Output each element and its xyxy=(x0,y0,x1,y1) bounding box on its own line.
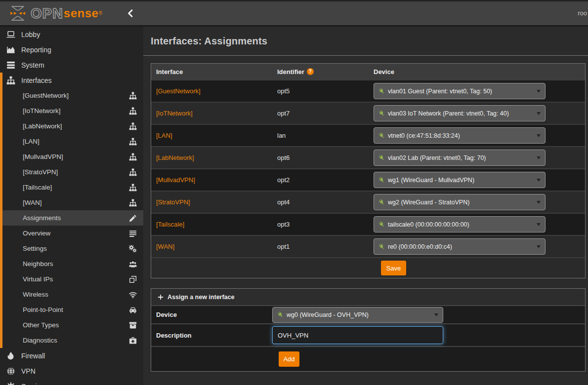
identifier-value: opt2 xyxy=(277,176,290,184)
assignment-row-lan: [LAN]lanvtnet0 (ce:47:51:8d:33:24) xyxy=(151,124,585,146)
device-select[interactable]: vtnet0 (ce:47:51:8d:33:24) xyxy=(374,127,546,144)
assignment-row-iotnetwork: [IoTNetwork]opt7vlan03 IoT Network (Pare… xyxy=(151,102,585,124)
sidebar-item-lan[interactable]: [LAN] xyxy=(0,134,143,149)
sidebar-item-lobby[interactable]: Lobby xyxy=(0,27,143,42)
device-select[interactable]: re0 (00:00:00:e0:d0:c4) xyxy=(374,238,546,255)
save-button[interactable]: Save xyxy=(381,261,406,275)
wifi-icon xyxy=(129,291,137,299)
sidebar-item-label: Lobby xyxy=(21,31,40,38)
sitemap-icon xyxy=(129,92,137,100)
sidebar-item-wireless[interactable]: Wireless xyxy=(0,287,143,302)
caret-down-icon xyxy=(537,201,541,204)
sitemap-icon xyxy=(129,138,137,146)
sidebar-item-iotnetwork[interactable]: [IoTNetwork] xyxy=(0,103,143,118)
sidebar-item-label: Reporting xyxy=(21,46,51,54)
interface-link[interactable]: [LabNetwork] xyxy=(156,154,194,161)
selected-device-label: vlan03 IoT Network (Parent: vtnet0, Tag:… xyxy=(388,110,533,117)
assign-device-row: Device wg0 (WireGuard - OVH_VPN) xyxy=(151,305,585,323)
assignment-row-stratovpn: [StratoVPN]opt4wg2 (WireGuard - StratoVP… xyxy=(151,191,585,213)
sidebar-item-wan[interactable]: [WAN] xyxy=(0,195,143,210)
sidebar-item-label: Virtual IPs xyxy=(23,275,53,283)
sidebar-item-label: [LAN] xyxy=(23,138,40,145)
user-menu[interactable]: roo xyxy=(578,9,588,17)
sidebar-item-overview[interactable]: Overview xyxy=(0,226,143,241)
column-header-device: Device xyxy=(374,68,585,76)
device-select[interactable]: vlan03 IoT Network (Parent: vtnet0, Tag:… xyxy=(374,105,546,121)
new-interface-device-select[interactable]: wg0 (WireGuard - OVH_VPN) xyxy=(272,307,443,323)
area-chart-icon xyxy=(6,45,15,54)
assign-panel-header: Assign a new interface xyxy=(151,289,585,305)
device-select[interactable]: wg1 (WireGuard - MullvadVPN) xyxy=(374,172,546,188)
brand-text-sense: sense xyxy=(64,5,99,22)
sidebar-item-vpn[interactable]: VPN xyxy=(0,363,143,379)
sidebar-item-virtual-ips[interactable]: Virtual IPs xyxy=(0,271,143,287)
sidebar-item-label: [Tailscale] xyxy=(23,184,52,191)
sidebar-item-label: Wireless xyxy=(23,291,48,298)
plug-icon xyxy=(378,199,385,205)
sitemap-icon xyxy=(129,184,137,192)
interface-cell: [GuestNetwork] xyxy=(151,87,277,95)
sidebar-item-mullvadvpn[interactable]: [MullvadVPN] xyxy=(0,149,143,164)
sidebar-item-neighbors[interactable]: Neighbors xyxy=(0,256,143,271)
device-select[interactable]: wg2 (WireGuard - StratoVPN) xyxy=(374,194,546,210)
add-button[interactable]: Add xyxy=(279,351,299,367)
caret-down-icon xyxy=(537,179,541,182)
sidebar-item-label: [MullvadVPN] xyxy=(23,153,63,160)
device-select[interactable]: vlan01 Guest (Parent: vtnet0, Tag: 50) xyxy=(374,83,546,99)
gear-icon xyxy=(6,382,15,385)
sidebar-item-stratovpn[interactable]: [StratoVPN] xyxy=(0,164,143,180)
selected-device-label: wg0 (WireGuard - OVH_VPN) xyxy=(287,311,430,318)
sidebar-item-firewall[interactable]: Firewall xyxy=(0,348,143,363)
column-header-interface: Interface xyxy=(151,68,277,76)
sidebar-item-labnetwork[interactable]: [LabNetwork] xyxy=(0,118,143,134)
assign-new-interface-panel: Assign a new interface Device wg0 (WireG… xyxy=(151,288,586,372)
identifier-help-icon[interactable]: ? xyxy=(307,68,314,75)
interface-link[interactable]: [GuestNetwork] xyxy=(156,87,201,95)
sidebar-item-label: [IoTNetwork] xyxy=(23,107,61,115)
laptop-icon xyxy=(6,30,15,39)
page-title: Interfaces: Assignments xyxy=(151,36,267,47)
opnsense-brand[interactable]: OPNsense® xyxy=(9,5,102,22)
sidebar-item-interfaces[interactable]: Interfaces xyxy=(0,73,143,88)
sidebar-item-label: [LabNetwork] xyxy=(23,122,62,130)
fire-icon xyxy=(6,351,15,360)
sidebar-item-label: Interfaces xyxy=(21,77,51,84)
medkit-icon xyxy=(129,337,137,345)
device-cell: wg2 (WireGuard - StratoVPN) xyxy=(374,194,585,210)
sidebar-item-point-to-point[interactable]: Point-to-Point xyxy=(0,302,143,317)
sidebar-item-label: System xyxy=(21,61,44,69)
caret-down-icon xyxy=(537,134,541,137)
sidebar-item-guestnetwork[interactable]: [GuestNetwork] xyxy=(0,88,143,103)
plug-icon xyxy=(277,311,284,318)
opnsense-logo-icon xyxy=(9,5,27,22)
identifier-cell: opt1 xyxy=(277,243,374,250)
device-cell: vlan01 Guest (Parent: vtnet0, Tag: 50) xyxy=(374,83,585,99)
assign-description-row: Description xyxy=(151,323,585,346)
device-select[interactable]: tailscale0 (00:00:00:00:00:00) xyxy=(374,216,546,232)
interface-link[interactable]: [MullvadVPN] xyxy=(156,176,195,184)
sitemap-icon xyxy=(129,122,137,130)
interface-link[interactable]: [StratoVPN] xyxy=(156,198,190,206)
caret-down-icon xyxy=(537,223,541,226)
cogs-icon xyxy=(129,245,137,253)
sidebar-item-assignments[interactable]: Assignments xyxy=(0,210,143,226)
sidebar-item-other-types[interactable]: Other Types xyxy=(0,317,143,333)
sidebar-collapse-chevron-left-icon[interactable] xyxy=(126,9,135,18)
interface-link[interactable]: [Tailscale] xyxy=(156,221,184,228)
interface-link[interactable]: [WAN] xyxy=(156,243,174,250)
interface-cell: [StratoVPN] xyxy=(151,198,277,206)
description-input[interactable] xyxy=(272,326,443,344)
sidebar-item-services[interactable]: Services xyxy=(0,379,143,385)
sidebar-item-diagnostics[interactable]: Diagnostics xyxy=(0,333,143,348)
opnsense-app: OPNsense® roo LobbyReportingSystemInterf… xyxy=(0,0,588,385)
interface-link[interactable]: [IoTNetwork] xyxy=(156,110,193,117)
sidebar-item-system[interactable]: System xyxy=(0,57,143,73)
sidebar-item-reporting[interactable]: Reporting xyxy=(0,42,143,57)
sidebar-item-tailscale[interactable]: [Tailscale] xyxy=(0,180,143,195)
car-icon xyxy=(129,306,137,314)
interface-link[interactable]: [LAN] xyxy=(156,132,172,139)
sidebar-item-settings[interactable]: Settings xyxy=(0,241,143,256)
sidebar-item-label: Overview xyxy=(23,230,50,237)
device-select[interactable]: vlan02 Lab (Parent: vtnet0, Tag: 70) xyxy=(374,150,546,166)
assignment-row-guestnetwork: [GuestNetwork]opt5vlan01 Guest (Parent: … xyxy=(151,79,585,102)
